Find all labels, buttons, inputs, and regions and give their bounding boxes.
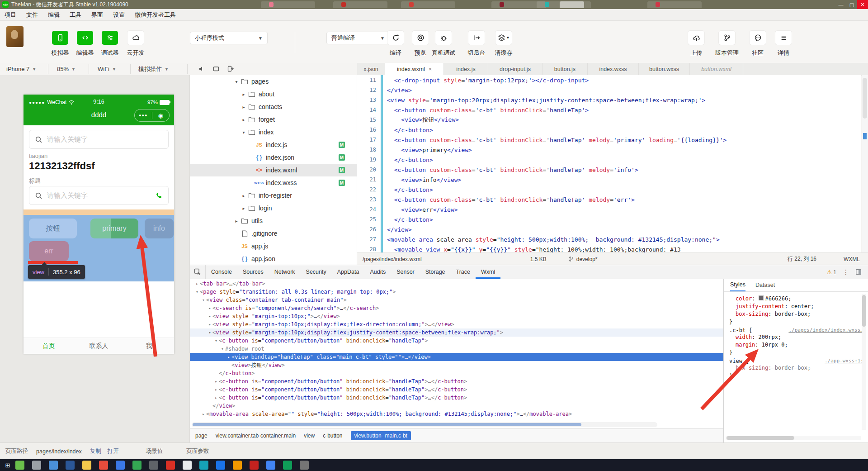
breadcrumb-item[interactable]: view [304,433,315,439]
styles-scrollbar[interactable] [862,294,866,430]
tree-item-app.json[interactable]: { }app.json [190,252,357,265]
toolbar-debugger-button[interactable]: 调试器 [97,31,123,57]
scene-label[interactable]: 场景值 [146,447,163,455]
wxml-node[interactable]: ▸<movable-area scale-area="" style="heig… [190,410,723,418]
zoom-select[interactable]: 85%▼ [57,63,75,75]
compile-dropdown[interactable]: 普通编译 ▼ [326,32,390,44]
more-menu-icon[interactable]: ⋮ [843,268,849,276]
tree-item-login[interactable]: ▸login [190,202,357,214]
tree-item-index.wxss[interactable]: wxssindex.wxssM [190,176,357,189]
tab-drop-input.js[interactable]: drop-input.js [488,63,542,75]
close-button[interactable]: ✕ [857,0,868,9]
compile-button[interactable]: 编译 [383,31,408,57]
wxml-node[interactable]: ▾<c-button is="component/button/button" … [190,337,723,345]
code-editor[interactable]: 11 <c-drop-input style='margin-top:12rpx… [357,75,861,252]
taskbar-app-icon[interactable] [166,461,175,470]
phone-tab-首页[interactable]: 首页 [24,338,74,354]
clear-cache-button[interactable]: ▼清缓存 [487,31,520,57]
button-default[interactable]: 按钮 [29,219,77,238]
copy-link[interactable]: 复制 [90,447,101,455]
tree-item-index.json[interactable]: { }index.jsonM [190,151,357,164]
language-mode[interactable]: WXML [844,256,860,262]
taskbar-app-icon[interactable] [283,461,292,470]
editor-scrollbar[interactable] [862,75,868,252]
tree-item-pages[interactable]: ▾pages [190,75,357,88]
search-input-1[interactable]: 请输入关键字 [29,130,169,149]
devtools-tab-wxml[interactable]: Wxml [476,265,500,279]
taskbar-app-icon[interactable] [300,461,309,470]
style-property[interactable]: width: 200rpx; [729,334,863,342]
taskbar-app-icon[interactable] [199,461,208,470]
details-button[interactable]: 详情 [771,31,796,57]
network-select[interactable]: WiFi▼ [98,63,116,75]
style-property[interactable]: margin: 10rpx 0; [729,342,863,349]
horizontal-scrollbar[interactable] [192,422,657,427]
tab-index.wxss[interactable]: index.wxss [588,63,639,75]
wxml-node[interactable]: ▸<c-button is="component/button/button" … [190,394,723,402]
tab-index.wxml[interactable]: index.wxml× [385,63,444,75]
tree-item-index.js[interactable]: JSindex.jsM [190,138,357,151]
wxml-node[interactable]: </view> [190,402,723,410]
wxml-node[interactable]: </c-button> [190,369,723,377]
wxml-node[interactable]: ▸<tab-bar>…</tab-bar> [190,280,723,288]
dock-icon[interactable] [855,269,862,275]
taskbar-app-icon[interactable] [132,461,142,470]
taskbar-app-icon[interactable] [32,461,41,470]
screenshot-icon[interactable] [212,65,220,72]
devtools-tab-storage[interactable]: Storage [420,265,451,279]
wxml-node[interactable]: ▾<page style="transition: all 0.3s linea… [190,288,723,296]
toolbar-editor-button[interactable]: 编辑器 [72,31,98,57]
taskbar-app-icon[interactable] [250,461,259,470]
tab-button.js[interactable]: button.js [542,63,588,75]
remote-debug-button[interactable]: 真机调试 [427,31,460,57]
tab-button.wxss[interactable]: button.wxss [639,63,690,75]
taskbar-app-icon[interactable] [116,461,125,470]
menu-7[interactable]: 微信开发者工具 [135,11,176,19]
style-property[interactable]: justify-content: center; [729,303,863,311]
version-control-button[interactable]: 版本管理 [711,31,743,57]
menu-4[interactable]: 工具 [70,11,81,19]
minimize-button[interactable]: — [835,0,846,9]
devtools-tab-trace[interactable]: Trace [451,265,476,279]
tree-item-index.wxml[interactable]: <>index.wxmlM [190,164,357,176]
tree-item-contacts[interactable]: ▸contacts [190,100,357,113]
wxml-node[interactable]: ▸<view bindtap="handleTap" class="main c… [190,353,723,361]
maximize-button[interactable]: ▢ [846,0,857,9]
styles-horizontal-scrollbar[interactable] [726,436,861,440]
taskbar-app-icon[interactable] [216,461,225,470]
tree-item-forget[interactable]: ▸forget [190,113,357,126]
menu-2[interactable]: 文件 [26,11,38,19]
start-button[interactable]: ⊞ [0,459,15,471]
close-icon[interactable]: × [429,66,432,72]
sound-icon[interactable] [198,65,205,72]
avatar[interactable] [6,26,24,47]
menu-1[interactable]: 项目 [5,11,16,19]
tree-item-about[interactable]: ▸about [190,88,357,100]
button-primary[interactable]: primary [90,219,138,238]
taskbar-app-icon[interactable] [49,461,58,470]
wxml-node[interactable]: ▾<view class="container tab-container ma… [190,296,723,304]
menu-5[interactable]: 界面 [91,11,103,19]
community-button[interactable]: 社区 [745,31,770,57]
style-property[interactable]: box-sizing: border-box; [729,311,863,319]
simulate-menu[interactable]: 模拟操作▼ [138,63,169,75]
taskbar-app-icon[interactable] [99,461,108,470]
devtools-tab-console[interactable]: Console [206,265,237,279]
devtools-tab-security[interactable]: Security [301,265,332,279]
breadcrumb-item[interactable]: view.container.tab-container.main [216,433,296,439]
wxml-node[interactable]: ▾#shadow-root [190,345,723,353]
taskbar-app-icon[interactable] [183,461,192,470]
toolbar-simulator-button[interactable]: 模拟器 [47,31,73,57]
tree-item-.gitignore[interactable]: .gitignore [190,227,357,240]
phone-tab-联系人[interactable]: 联系人 [74,338,124,354]
tab-x.json[interactable]: x.json [357,63,385,75]
device-select[interactable]: iPhone 7▼ [6,63,36,75]
stylesheet-link[interactable]: ./app.wxss:13 [825,358,863,364]
devtools-tab-sources[interactable]: Sources [237,265,269,279]
page-params-label[interactable]: 页面参数 [186,447,209,455]
button-err[interactable]: err [29,241,69,261]
style-property[interactable]: color: #666266; [729,295,863,303]
phone-call-icon[interactable] [155,191,163,200]
devtools-tab-network[interactable]: Network [269,265,301,279]
wxml-node[interactable]: ▸<c-search is="component/search/search">… [190,304,723,312]
